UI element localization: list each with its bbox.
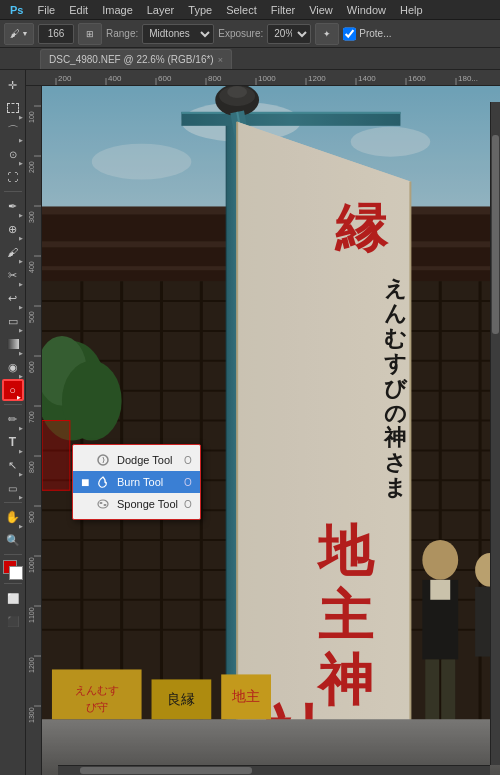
menu-filter[interactable]: Filter bbox=[265, 2, 301, 18]
sponge-tool-item[interactable]: Sponge Tool O bbox=[73, 493, 200, 515]
tool-arrow-icon: ▶ bbox=[19, 258, 23, 262]
lasso-icon: ⌒ bbox=[7, 123, 19, 140]
ruler-left: 100 200 300 400 500 600 700 800 900 1000 bbox=[26, 86, 42, 775]
dodge-tool-label: Dodge Tool bbox=[117, 454, 172, 466]
move-tool-button[interactable]: ✛ bbox=[2, 74, 24, 96]
svg-rect-126 bbox=[42, 421, 70, 491]
brush-size-display[interactable]: 166 bbox=[38, 24, 74, 44]
document-tab[interactable]: DSC_4980.NEF @ 22.6% (RGB/16*) × bbox=[40, 49, 232, 69]
tool-arrow-icon: ▶ bbox=[19, 160, 23, 164]
dodge-tool-button[interactable]: ○ ▶ bbox=[2, 379, 24, 401]
tab-close-button[interactable]: × bbox=[218, 55, 223, 65]
zoom-icon: 🔍 bbox=[6, 534, 20, 547]
marquee-icon bbox=[7, 103, 19, 113]
dodge-tool-icon bbox=[95, 452, 111, 468]
svg-text:500: 500 bbox=[28, 311, 35, 323]
sponge-tool-icon bbox=[95, 496, 111, 512]
brush-icon: 🖌 bbox=[10, 28, 20, 39]
brush-preset-picker[interactable]: 🖌 ▼ bbox=[4, 23, 34, 45]
ruler-top-svg: 200 400 600 800 1000 1200 1400 1600 180.… bbox=[26, 70, 500, 86]
eyedropper-icon: ✒ bbox=[8, 200, 17, 213]
toolbar-separator bbox=[4, 502, 22, 503]
options-bar: 🖌 ▼ 166 ⊞ Range: Midtones Shadows Highli… bbox=[0, 20, 500, 48]
exposure-select[interactable]: 20% bbox=[267, 24, 311, 44]
brush-mode-icon[interactable]: ⊞ bbox=[78, 23, 102, 45]
path-select-button[interactable]: ↖ ▶ bbox=[2, 454, 24, 476]
quick-select-button[interactable]: ⊙ ▶ bbox=[2, 143, 24, 165]
eraser-button[interactable]: ▭ ▶ bbox=[2, 310, 24, 332]
healing-brush-button[interactable]: ⊕ ▶ bbox=[2, 218, 24, 240]
screen-mode-button[interactable]: ⬛ bbox=[2, 610, 24, 632]
svg-text:100: 100 bbox=[28, 111, 35, 123]
h-scroll-thumb[interactable] bbox=[80, 767, 253, 774]
svg-text:300: 300 bbox=[28, 211, 35, 223]
shape-tool-button[interactable]: ▭ ▶ bbox=[2, 477, 24, 499]
marquee-tool-button[interactable]: ▶ bbox=[2, 97, 24, 119]
workspace: ✛ ▶ ⌒ ▶ ⊙ ▶ ⛶ ✒ ▶ ⊕ ▶ bbox=[0, 70, 500, 775]
pen-tool-button[interactable]: ✏ ▶ bbox=[2, 408, 24, 430]
menu-edit[interactable]: Edit bbox=[63, 2, 94, 18]
blur-button[interactable]: ◉ ▶ bbox=[2, 356, 24, 378]
type-tool-button[interactable]: T ▶ bbox=[2, 431, 24, 453]
dodge-tool-item[interactable]: Dodge Tool O bbox=[73, 449, 200, 471]
quick-mask-icon: ⬜ bbox=[7, 593, 19, 604]
tool-arrow-icon: ▶ bbox=[19, 373, 23, 377]
burn-shortcut: O bbox=[184, 477, 192, 488]
svg-text:800: 800 bbox=[28, 461, 35, 473]
exposure-label: Exposure: bbox=[218, 28, 263, 39]
color-swatch-area[interactable] bbox=[3, 560, 23, 580]
sponge-shortcut: O bbox=[184, 499, 192, 510]
menu-layer[interactable]: Layer bbox=[141, 2, 181, 18]
menu-view[interactable]: View bbox=[303, 2, 339, 18]
tab-bar: DSC_4980.NEF @ 22.6% (RGB/16*) × bbox=[0, 48, 500, 70]
gradient-button[interactable]: ▶ bbox=[2, 333, 24, 355]
burn-tool-label: Burn Tool bbox=[117, 476, 163, 488]
range-select[interactable]: Midtones Shadows Highlights bbox=[142, 24, 214, 44]
svg-text:1200: 1200 bbox=[308, 74, 326, 83]
tool-arrow-icon: ▶ bbox=[19, 448, 23, 452]
quick-select-icon: ⊙ bbox=[9, 149, 17, 160]
hand-icon: ✋ bbox=[5, 510, 20, 524]
tool-arrow-icon: ▶ bbox=[19, 350, 23, 354]
protect-tones-label: Prote... bbox=[359, 28, 391, 39]
toolbar-separator bbox=[4, 554, 22, 555]
menu-image[interactable]: Image bbox=[96, 2, 139, 18]
svg-point-129 bbox=[100, 502, 103, 504]
zoom-tool-button[interactable]: 🔍 bbox=[2, 529, 24, 551]
menu-help[interactable]: Help bbox=[394, 2, 429, 18]
vertical-scrollbar[interactable] bbox=[490, 102, 500, 765]
menu-select[interactable]: Select bbox=[220, 2, 263, 18]
menu-file[interactable]: File bbox=[31, 2, 61, 18]
dropdown-arrow-icon: ▼ bbox=[22, 30, 29, 37]
tool-arrow-icon: ▶ bbox=[19, 494, 23, 498]
airbrush-icon[interactable]: ✦ bbox=[315, 23, 339, 45]
v-scroll-thumb[interactable] bbox=[492, 135, 499, 334]
brush-tool-button[interactable]: 🖌 ▶ bbox=[2, 241, 24, 263]
quick-mask-button[interactable]: ⬜ bbox=[2, 587, 24, 609]
canvas-area: 200 400 600 800 1000 1200 1400 1600 180.… bbox=[26, 70, 500, 775]
crop-tool-button[interactable]: ⛶ bbox=[2, 166, 24, 188]
menu-window[interactable]: Window bbox=[341, 2, 392, 18]
burn-tool-item[interactable]: ■ Burn Tool O bbox=[73, 471, 200, 493]
svg-text:180...: 180... bbox=[458, 74, 478, 83]
svg-text:1400: 1400 bbox=[358, 74, 376, 83]
protect-tones-checkbox[interactable] bbox=[343, 24, 356, 44]
photo-svg: 縁 え ん む す び の 神 さ ま 地 主 神 社 bbox=[42, 86, 500, 775]
background-color[interactable] bbox=[9, 566, 23, 580]
history-brush-button[interactable]: ↩ ▶ bbox=[2, 287, 24, 309]
svg-text:1000: 1000 bbox=[28, 557, 35, 573]
tool-arrow-icon: ▶ bbox=[19, 114, 23, 118]
hand-tool-button[interactable]: ✋ ▶ bbox=[2, 506, 24, 528]
tool-popup-menu: Dodge Tool O ■ Burn Tool O bbox=[72, 444, 201, 520]
eyedropper-button[interactable]: ✒ ▶ bbox=[2, 195, 24, 217]
svg-text:400: 400 bbox=[108, 74, 122, 83]
lasso-tool-button[interactable]: ⌒ ▶ bbox=[2, 120, 24, 142]
menu-ps[interactable]: Ps bbox=[4, 2, 29, 18]
clone-stamp-button[interactable]: ✂ ▶ bbox=[2, 264, 24, 286]
svg-text:200: 200 bbox=[58, 74, 72, 83]
toolbar-separator bbox=[4, 404, 22, 405]
eraser-icon: ▭ bbox=[8, 315, 18, 328]
clone-icon: ✂ bbox=[8, 269, 17, 282]
horizontal-scrollbar[interactable] bbox=[58, 765, 490, 775]
menu-type[interactable]: Type bbox=[182, 2, 218, 18]
